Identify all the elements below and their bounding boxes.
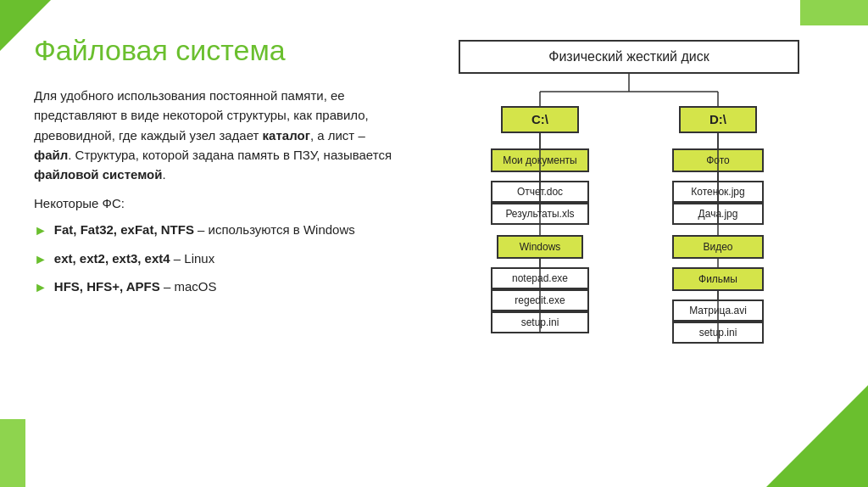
svg-text:Windows: Windows: [520, 241, 561, 253]
desc-bold2: файл: [34, 148, 68, 162]
list-item-2-bold: ext, ext2, ext3, ext4: [54, 251, 170, 266]
list-item-3-bold: HFS, HFS+, APFS: [54, 279, 160, 294]
diagram-svg: Физический жесткий диск C:\ D:\: [451, 34, 807, 450]
desc-part2: , а лист –: [310, 128, 365, 143]
list-item-2: ► ext, ext2, ext3, ext4 – Linux: [34, 249, 398, 269]
list-item-2-text: ext, ext2, ext3, ext4 – Linux: [54, 249, 214, 267]
fs-list: ► Fat, Fat32, exFat, NTFS – используются…: [34, 221, 398, 297]
list-item-1: ► Fat, Fat32, exFat, NTFS – используются…: [34, 221, 398, 240]
desc-part3: . Структура, которой задана память в ПЗУ…: [68, 148, 392, 162]
list-item-1-bold: Fat, Fat32, exFat, NTFS: [54, 222, 194, 237]
corner-decoration-bl: [0, 419, 25, 487]
diagram: Физический жесткий диск C:\ D:\: [451, 34, 807, 452]
list-item-1-text: Fat, Fat32, exFat, NTFS – используются в…: [54, 221, 355, 238]
arrow-icon-2: ►: [34, 250, 47, 269]
desc-bold1: каталог: [263, 128, 310, 143]
svg-text:Физический жесткий диск: Физический жесткий диск: [548, 49, 709, 64]
desc-bold3: файловой системой: [34, 167, 162, 182]
svg-text:Видео: Видео: [703, 241, 732, 253]
list-item-3: ► HFS, HFS+, APFS – macOS: [34, 277, 398, 297]
description-text: Для удобного использования постоянной па…: [34, 86, 398, 184]
arrow-icon-1: ►: [34, 221, 47, 240]
corner-decoration-tr: [800, 0, 868, 25]
left-panel: Файловая система Для удобного использова…: [34, 25, 398, 462]
list-item-3-text: HFS, HFS+, APFS – macOS: [54, 277, 217, 295]
svg-text:D:\: D:\: [709, 112, 727, 126]
right-panel: Физический жесткий диск C:\ D:\: [424, 25, 834, 462]
svg-text:C:\: C:\: [531, 112, 549, 126]
page-title: Файловая система: [34, 34, 398, 67]
svg-text:Фильмы: Фильмы: [698, 273, 737, 285]
main-content: Файловая система Для удобного использова…: [34, 25, 834, 462]
desc-part4: .: [162, 167, 165, 182]
arrow-icon-3: ►: [34, 278, 47, 297]
some-fs-label: Некоторые ФС:: [34, 196, 398, 210]
